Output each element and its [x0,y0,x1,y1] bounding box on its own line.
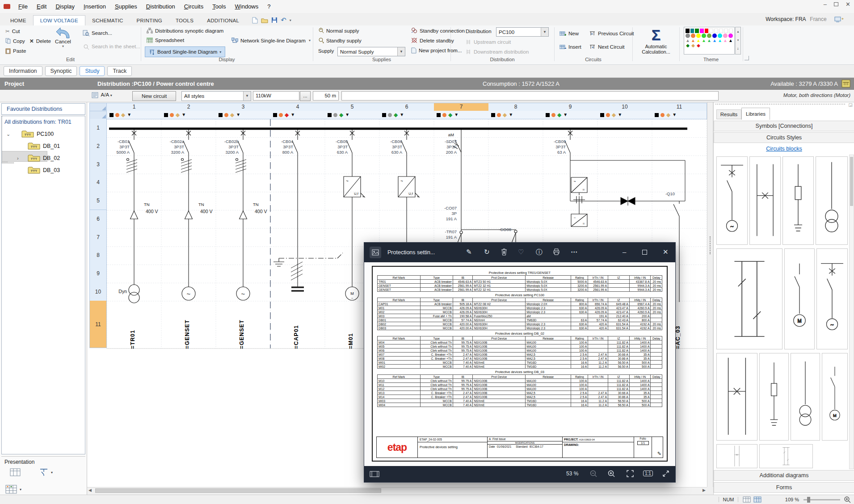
zoom-slider-thumb[interactable] [807,497,810,503]
column-icon-cell-11[interactable]: ◆▼ [652,111,707,119]
ribbon-tab-additional[interactable]: ADDITIONAL [200,16,246,25]
zoom-in-icon[interactable] [607,470,615,478]
menu-circuits[interactable]: Circuits [180,3,208,10]
circuit-block-incomer[interactable]: ~ [816,248,848,349]
delete-button[interactable]: ✕Delete [29,38,51,44]
theme-swatch[interactable]: ▲ [696,38,701,43]
menu-file[interactable]: File [14,3,32,10]
theme-swatch[interactable] [707,34,711,38]
row-header-9[interactable]: 9 [89,265,107,283]
menu-item[interactable]: ? [263,3,275,10]
style-filter-combo[interactable]: All styles▼ [181,91,251,101]
ribbon-tab-schematic[interactable]: SCHEMATIC [85,16,130,25]
panel-splitter[interactable] [707,102,713,487]
theme-swatch[interactable] [705,29,709,33]
tab-results[interactable]: Results [716,109,741,119]
circuit-block-busbar-riser[interactable] [716,248,782,349]
row-header-6[interactable]: 6 [89,210,107,229]
theme-swatch[interactable]: ▲ [728,38,733,43]
diagram-corner-cell[interactable] [89,103,107,111]
circuit-block-transformer[interactable] [816,156,848,245]
undo-dropdown-icon[interactable]: ▾ [290,18,291,22]
search-button[interactable]: Search... [83,30,112,36]
theme-swatch[interactable]: ▲ [691,38,695,43]
section-circuits-blocks[interactable]: Circuits blocks [714,144,854,155]
row-header-5[interactable]: 5 [89,192,107,210]
section-symbols[interactable]: Symbols [Connections] [714,121,854,131]
column-icon-cell-9[interactable]: ◆▼ [543,111,598,119]
row-header-11[interactable]: 11 [89,301,107,348]
theme-swatch[interactable] [719,29,723,33]
column-header-5[interactable]: 5 [325,103,380,111]
column-header-2[interactable]: 2 [161,103,216,111]
fullscreen-icon[interactable] [662,470,670,478]
theme-swatch[interactable] [696,34,701,38]
copy-button[interactable]: Copy [5,38,25,44]
fit-to-window-icon[interactable] [626,470,634,478]
column-icon-cell-5[interactable]: ◆▼ [325,111,380,119]
scroll-left-icon[interactable]: ◀ [88,488,92,492]
theme-swatch[interactable]: ◆ [691,43,695,48]
paste-button[interactable]: Paste [5,48,26,54]
print-icon[interactable] [553,248,560,255]
new-circuit-button[interactable]: New circuit [132,91,176,101]
section-circuits-styles[interactable]: Circuits Styles [714,132,854,143]
theme-swatch[interactable]: ▲ [686,38,690,43]
window-restore-button[interactable] [834,2,838,6]
new-document-icon[interactable] [252,17,258,24]
power-ellipsis-button[interactable]: ... [300,91,311,101]
menu-edit[interactable]: Edit [32,3,51,10]
theme-swatch[interactable] [690,29,694,33]
ribbon-tab-home[interactable]: HOME [4,16,33,25]
rotate-icon[interactable]: ↻ [484,248,490,256]
theme-swatch[interactable] [700,29,704,33]
statusbar-table-icon[interactable] [743,496,751,503]
column-icon-cell-1[interactable]: ◆▼ [107,111,162,119]
circuit-block-motor-feeder[interactable]: M [822,353,848,441]
row-header-7[interactable]: 7 [89,228,107,247]
panel-pin-icon[interactable]: ◲ [849,102,853,107]
menu-distribution[interactable]: Distribution [142,3,180,10]
view-tab-track[interactable]: Track [107,66,132,76]
column-header-10[interactable]: 10 [597,103,652,111]
ribbon-tab-printing[interactable]: PRINTING [130,16,169,25]
cancel-button[interactable]: Cancel ▾ [53,27,73,48]
theme-swatch[interactable] [695,29,699,33]
column-icon-cell-3[interactable]: ◆▼ [216,111,271,119]
previous-circuit-button[interactable]: Previous Circuit [589,31,634,36]
comment-input[interactable] [341,91,719,101]
presentation-sld-dropdown-icon[interactable]: ▾ [51,470,53,475]
circuit-block-fuse-feeder[interactable] [759,353,789,441]
presentation-grid-icon[interactable] [5,485,17,494]
theme-swatch[interactable]: ▲ [718,38,722,43]
circuit-block-coupling[interactable] [716,444,757,468]
circuit-block-coupling[interactable] [716,353,757,441]
menu-tools[interactable]: Tools [208,3,230,10]
column-header-6[interactable]: 6 [379,103,434,111]
theme-swatch[interactable]: ▲ [702,38,706,43]
search-in-sheet-button[interactable]: Search in the sheet... [83,43,140,50]
blocks-scrollbar[interactable] [849,155,854,469]
statusbar-zoom-icon[interactable] [844,496,851,503]
scrollbar-thumb[interactable] [95,488,381,493]
theme-swatch[interactable]: ◆ [696,43,701,48]
normal-supply-button[interactable]: Normal supply [318,28,359,34]
view-tab-synoptic[interactable]: Synoptic [45,66,77,76]
popup-close-button[interactable]: ✕ [663,248,669,256]
diagram-corner-cell2[interactable] [89,111,107,119]
favorite-icon[interactable]: ♡ [518,248,524,256]
save-icon[interactable] [271,17,278,23]
theme-swatch[interactable] [686,29,690,33]
statusbar-grid-icon[interactable] [753,496,761,503]
column-icon-cell-2[interactable]: ◆▼ [161,111,216,119]
ribbon-tab-tools[interactable]: TOOLS [169,16,200,25]
standby-connection-button[interactable]: Standby connection [411,28,465,34]
row-header-1[interactable]: 1 [89,119,107,138]
scale-selector[interactable]: A/A ▾ [92,92,112,99]
view-tab-information[interactable]: Information [4,66,42,76]
theme-swatch[interactable]: ▲ [723,38,728,43]
column-icon-cell-7[interactable]: ◆▼ [434,111,489,119]
column-header-7[interactable]: 7 [434,103,489,111]
popup-title-bar[interactable]: Protections settin... ✎ ↻ ♡ ⓘ ⋯ – ✕ [364,243,675,262]
theme-swatch[interactable] [686,34,690,38]
